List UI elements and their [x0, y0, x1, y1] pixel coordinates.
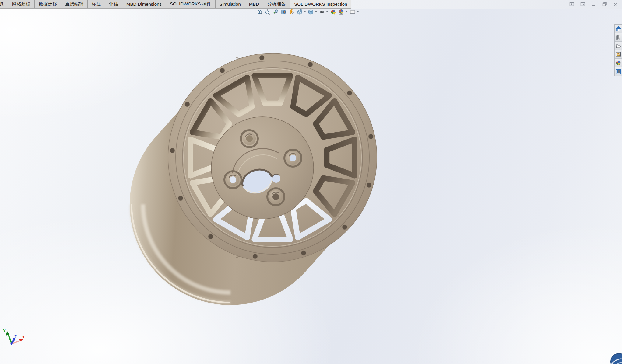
window-arrow-right-icon [580, 2, 585, 6]
dynamic-annotation-icon [289, 9, 294, 15]
books-icon [616, 35, 621, 40]
wheel-model-canvas: Y Z X [0, 9, 622, 364]
section-view-icon [281, 9, 286, 15]
zoom-to-area-button[interactable] [264, 9, 271, 15]
previous-view-button[interactable] [272, 9, 279, 15]
design-library-tab[interactable] [615, 33, 622, 42]
lug-boss [224, 171, 241, 188]
tab-analysis-preparation[interactable]: 分析准备 [263, 0, 290, 8]
reference-triad: Y Z X [3, 328, 25, 345]
solidworks-window: { "app": { "name": "SOLIDWORKS", "docume… [0, 0, 622, 364]
folder-icon [616, 43, 621, 48]
home-icon [616, 26, 621, 31]
wheel-model[interactable] [132, 53, 377, 303]
apply-scene-button[interactable] [338, 9, 345, 15]
file-explorer-tab[interactable] [615, 42, 622, 50]
view-orientation-button[interactable] [296, 9, 303, 15]
minimize-button[interactable] [590, 1, 598, 8]
tab-mbd-dimensions[interactable]: MBD Dimensions [122, 0, 166, 8]
previous-view-icon [273, 9, 279, 15]
dock-window-right-button[interactable] [579, 1, 587, 8]
view-orientation-dropdown[interactable] [303, 9, 306, 15]
tab-mbd[interactable]: MBD [245, 0, 263, 8]
hide-show-items-button[interactable] [318, 9, 325, 15]
lug-boss [241, 130, 258, 147]
z-axis-label: Z [14, 335, 17, 339]
eye-icon [319, 9, 325, 15]
close-button[interactable] [612, 1, 620, 8]
title-bar: 工具 网格建模 数据迁移 直接编辑 标注 评估 MBD Dimensions S… [0, 0, 622, 9]
tab-data-migration[interactable]: 数据迁移 [35, 0, 61, 8]
appearances-scenes-tab[interactable] [615, 59, 622, 67]
zoom-to-fit-button[interactable] [256, 9, 263, 15]
color-ball-icon [616, 60, 621, 65]
dynamic-annotation-views-button[interactable] [288, 9, 295, 15]
display-style-dropdown[interactable] [314, 9, 318, 15]
restore-button[interactable] [601, 1, 609, 8]
view-settings-button[interactable] [349, 9, 356, 15]
pilot-hole [272, 174, 280, 183]
view-orientation-cube-icon [297, 9, 303, 15]
lug-boss [284, 150, 301, 167]
y-axis-label: Y [3, 328, 6, 333]
tab-markup[interactable]: 标注 [88, 0, 105, 8]
view-settings-dropdown[interactable] [356, 9, 359, 15]
custom-properties-tab[interactable] [615, 67, 622, 76]
apply-scene-dropdown[interactable] [345, 9, 348, 15]
tab-solidworks-inspection[interactable]: SOLIDWORKS Inspection [290, 0, 351, 8]
hide-show-items-dropdown[interactable] [325, 9, 329, 15]
command-manager-tabs: 工具 网格建模 数据迁移 直接编辑 标注 评估 MBD Dimensions S… [0, 0, 351, 9]
task-pane-tabs [614, 24, 622, 76]
tab-direct-editing[interactable]: 直接编辑 [61, 0, 88, 8]
minimize-icon [592, 2, 596, 6]
x-axis-label: X [22, 335, 25, 339]
solidworks-resources-ball-icon[interactable] [609, 352, 622, 364]
lug-boss [267, 188, 284, 205]
monitor-icon [349, 9, 356, 15]
tab-tools[interactable]: 工具 [0, 0, 8, 8]
property-form-icon [616, 69, 621, 74]
display-style-button[interactable] [307, 9, 314, 15]
restore-icon [602, 2, 607, 6]
zoom-to-fit-icon [257, 9, 263, 15]
graphics-area[interactable]: Y Z X [0, 9, 622, 364]
window-arrow-left-icon [569, 2, 574, 6]
zoom-to-area-icon [265, 9, 271, 15]
apply-scene-ball-icon [338, 9, 344, 15]
view-palette-tab[interactable] [615, 50, 622, 59]
tab-evaluate[interactable]: 评估 [105, 0, 122, 8]
view-palette-icon [616, 52, 621, 57]
edit-appearance-ball-icon [330, 9, 336, 15]
solidworks-resources-tab[interactable] [615, 25, 622, 33]
heads-up-view-toolbar [256, 9, 359, 15]
edit-appearance-button[interactable] [330, 9, 337, 15]
tab-solidworks-addins[interactable]: SOLIDWORKS 插件 [166, 0, 216, 8]
close-icon [613, 2, 618, 6]
dock-window-left-button[interactable] [568, 1, 576, 8]
tab-simulation[interactable]: Simulation [216, 0, 245, 8]
tab-mesh-modeling[interactable]: 网格建模 [8, 0, 35, 8]
window-controls [568, 1, 620, 8]
display-style-cube-icon [308, 9, 314, 15]
section-view-button[interactable] [280, 9, 287, 15]
triad-origin [11, 343, 13, 345]
wheel-hub [211, 117, 314, 219]
